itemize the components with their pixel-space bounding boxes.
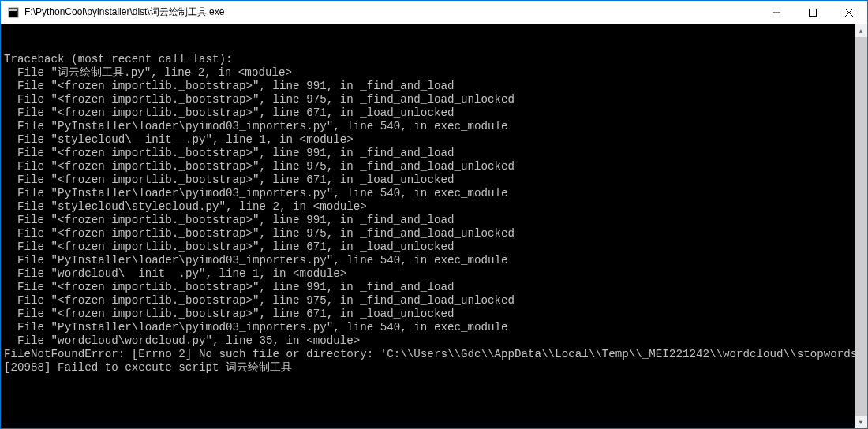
titlebar[interactable]: F:\PythonCool\pyinstaller\dist\词云绘制工具.ex… — [1, 1, 867, 24]
console-line: Traceback (most recent call last): — [4, 53, 864, 66]
console-line: File "PyInstaller\loader\pyimod03_import… — [4, 321, 864, 334]
svg-rect-1 — [9, 9, 17, 11]
svg-rect-3 — [810, 9, 817, 16]
console-line: File "wordcloud\wordcloud.py", line 35, … — [4, 334, 864, 348]
window-title: F:\PythonCool\pyinstaller\dist\词云绘制工具.ex… — [24, 6, 758, 19]
minimize-button[interactable] — [758, 1, 795, 24]
console-output[interactable]: Traceback (most recent call last): File … — [1, 24, 867, 428]
console-line: File "<frozen importlib._bootstrap>", li… — [4, 294, 864, 308]
console-line: File "<frozen importlib._bootstrap>", li… — [4, 106, 864, 120]
console-line: File "<frozen importlib._bootstrap>", li… — [4, 173, 864, 187]
vertical-scrollbar[interactable]: ▲ ▼ — [855, 24, 867, 428]
console-line: File "词云绘制工具.py", line 2, in <module> — [4, 66, 864, 80]
console-line: FileNotFoundError: [Errno 2] No such fil… — [4, 348, 864, 361]
maximize-button[interactable] — [795, 1, 831, 24]
console-line: File "<frozen importlib._bootstrap>", li… — [4, 160, 864, 173]
console-line: File "PyInstaller\loader\pyimod03_import… — [4, 120, 864, 133]
console-line: [20988] Failed to execute script 词云绘制工具 — [4, 361, 864, 375]
console-line: File "stylecloud\stylecloud.py", line 2,… — [4, 200, 864, 214]
console-line: File "wordcloud\__init__.py", line 1, in… — [4, 267, 864, 281]
console-line: File "<frozen importlib._bootstrap>", li… — [4, 281, 864, 294]
scroll-up-arrow[interactable]: ▲ — [855, 24, 867, 37]
console-line: File "<frozen importlib._bootstrap>", li… — [4, 241, 864, 254]
console-line: File "PyInstaller\loader\pyimod03_import… — [4, 254, 864, 267]
console-line: File "<frozen importlib._bootstrap>", li… — [4, 214, 864, 227]
scroll-down-arrow[interactable]: ▼ — [855, 416, 867, 428]
app-icon — [7, 6, 20, 19]
console-line: File "PyInstaller\loader\pyimod03_import… — [4, 187, 864, 200]
window-controls — [758, 1, 867, 24]
console-line: File "<frozen importlib._bootstrap>", li… — [4, 147, 864, 160]
console-line: File "<frozen importlib._bootstrap>", li… — [4, 308, 864, 321]
console-line: File "<frozen importlib._bootstrap>", li… — [4, 80, 864, 93]
close-button[interactable] — [831, 1, 867, 24]
scrollbar-thumb[interactable] — [855, 37, 867, 416]
console-line: File "stylecloud\__init__.py", line 1, i… — [4, 133, 864, 147]
console-line: File "<frozen importlib._bootstrap>", li… — [4, 227, 864, 241]
console-line: File "<frozen importlib._bootstrap>", li… — [4, 93, 864, 106]
